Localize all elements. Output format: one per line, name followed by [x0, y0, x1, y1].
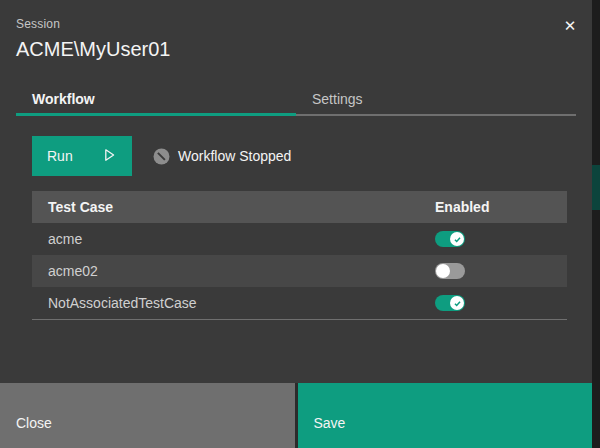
- toggle-knob: [436, 264, 450, 278]
- close-icon: ✕: [564, 17, 577, 35]
- toggle-knob: [450, 232, 464, 246]
- modal-footer: Close Save: [0, 383, 592, 448]
- close-button-footer[interactable]: Close: [0, 383, 295, 448]
- toggle-knob: [450, 296, 464, 310]
- table-header-row: Test Case Enabled: [32, 191, 567, 223]
- tab-settings-label: Settings: [312, 91, 363, 107]
- column-header-test-case: Test Case: [32, 199, 435, 215]
- table-row: acme02: [32, 255, 567, 287]
- background-teal-element: [592, 165, 600, 210]
- enabled-toggle[interactable]: [435, 263, 465, 279]
- tab-workflow[interactable]: Workflow: [16, 84, 296, 116]
- background-page-edge: [592, 0, 600, 448]
- modal-header: Session ACME\MyUser01 ✕: [0, 0, 592, 62]
- tab-settings[interactable]: Settings: [296, 84, 576, 116]
- screen: Session ACME\MyUser01 ✕ Workflow Setting…: [0, 0, 600, 448]
- run-button-label: Run: [47, 148, 73, 164]
- test-case-name: acme: [32, 231, 435, 247]
- check-icon: [453, 299, 462, 308]
- run-row: Run Workflow Stopped: [32, 136, 592, 176]
- test-case-name: NotAssociatedTestCase: [32, 295, 435, 311]
- save-button[interactable]: Save: [298, 383, 593, 448]
- workflow-status-text: Workflow Stopped: [178, 148, 291, 164]
- column-header-enabled: Enabled: [435, 199, 567, 215]
- enabled-toggle[interactable]: [435, 295, 465, 311]
- run-button[interactable]: Run: [32, 136, 132, 176]
- modal-title: ACME\MyUser01: [16, 36, 576, 62]
- workflow-status: Workflow Stopped: [153, 148, 291, 165]
- session-modal: Session ACME\MyUser01 ✕ Workflow Setting…: [0, 0, 592, 448]
- modal-label: Session: [16, 16, 576, 32]
- test-case-table: Test Case Enabled acme acme02: [32, 191, 567, 320]
- tab-workflow-label: Workflow: [32, 91, 95, 107]
- tab-bar: Workflow Settings: [16, 84, 576, 116]
- table-row: NotAssociatedTestCase: [32, 287, 567, 319]
- close-button[interactable]: ✕: [552, 8, 588, 44]
- test-case-name: acme02: [32, 263, 435, 279]
- enabled-toggle[interactable]: [435, 231, 465, 247]
- check-icon: [453, 235, 462, 244]
- play-icon: [101, 147, 117, 166]
- stopped-icon: [153, 148, 170, 165]
- table-row: acme: [32, 223, 567, 255]
